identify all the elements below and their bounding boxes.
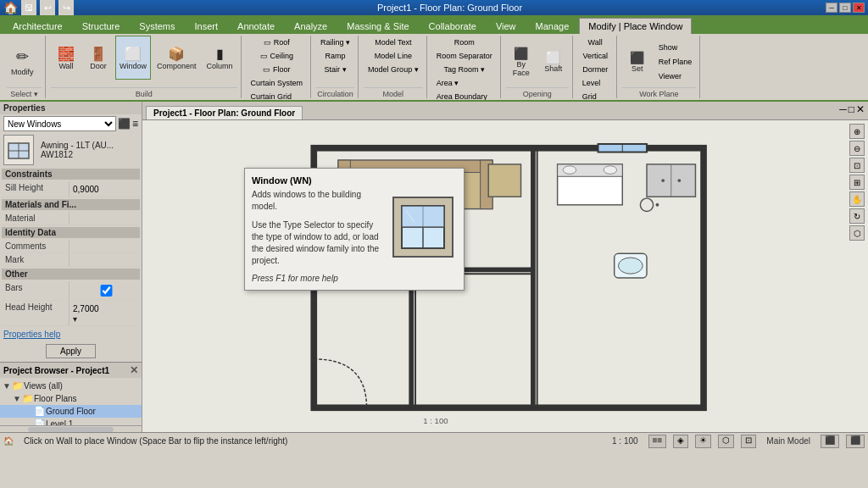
crop-btn[interactable]: ⊡ xyxy=(741,435,756,448)
tag-room-button[interactable]: Tag Room ▾ xyxy=(439,63,489,76)
model-group-button[interactable]: Model Group ▾ xyxy=(364,63,423,76)
view-close-tab[interactable]: ✕ xyxy=(856,103,865,115)
head-height-value[interactable]: ▾ xyxy=(70,301,140,325)
pan-button[interactable]: ✋ xyxy=(849,191,865,207)
detail-level-btn[interactable]: ≡≡ xyxy=(648,435,667,448)
expand-views[interactable]: ▼ xyxy=(2,381,12,391)
tab-massing[interactable]: Massing & Site xyxy=(337,18,418,34)
tab-collaborate[interactable]: Collaborate xyxy=(420,18,486,34)
view-tab-ground-floor[interactable]: Project1 - Floor Plan: Ground Floor xyxy=(146,106,303,119)
properties-header: Properties xyxy=(0,102,142,114)
show-workplane-button[interactable]: Show xyxy=(654,41,697,54)
stair-button[interactable]: Stair ▾ xyxy=(320,63,351,76)
type-prop-btn[interactable]: ≡ xyxy=(132,118,138,130)
view-minimize[interactable]: ─ xyxy=(839,103,847,115)
qa-save[interactable]: 🖫 xyxy=(21,0,36,15)
tree-level-1[interactable]: 📄 Level 1 xyxy=(0,418,142,425)
bars-value[interactable] xyxy=(70,281,140,300)
column-button[interactable]: ▮ Column xyxy=(203,36,237,80)
window-title: Project1 - Floor Plan: Ground Floor xyxy=(74,3,826,13)
close-button[interactable]: ✕ xyxy=(853,3,865,13)
sill-height-input[interactable] xyxy=(73,183,136,195)
tab-view[interactable]: View xyxy=(487,18,526,34)
apply-button[interactable]: Apply xyxy=(46,344,96,358)
mark-value[interactable] xyxy=(70,253,140,266)
sill-height-value[interactable] xyxy=(70,181,140,197)
design-options-btn[interactable]: ⬛ xyxy=(846,435,865,448)
tab-manage[interactable]: Manage xyxy=(526,18,579,34)
dormer-button[interactable]: Dormer xyxy=(578,63,612,76)
tab-architecture[interactable]: Architecture xyxy=(3,18,72,34)
railing-button[interactable]: Railing ▾ xyxy=(316,36,354,49)
model-text-button[interactable]: Model Text xyxy=(370,36,415,49)
bars-row: Bars xyxy=(2,281,140,301)
area-button[interactable]: Area ▾ xyxy=(432,76,497,90)
tab-modify-window[interactable]: Modify | Place Window xyxy=(579,18,692,34)
window-button[interactable]: ⬜ Window xyxy=(115,36,151,80)
model-group-label: Model xyxy=(364,87,423,98)
pb-close-button[interactable]: ✕ xyxy=(130,364,138,376)
floor-button[interactable]: ▭ Floor xyxy=(259,63,295,76)
tab-systems[interactable]: Systems xyxy=(130,18,184,34)
qa-undo[interactable]: ↩ xyxy=(40,0,55,15)
visual-style-btn[interactable]: ◈ xyxy=(673,435,688,448)
shaft-button[interactable]: ⬜ Shaft xyxy=(538,40,569,84)
model-line-button[interactable]: Model Line xyxy=(370,49,416,63)
render-btn[interactable]: ⬡ xyxy=(718,435,734,448)
comments-value[interactable] xyxy=(70,240,140,252)
ceiling-button[interactable]: ▭ Ceiling xyxy=(256,49,298,63)
svg-point-21 xyxy=(677,179,681,182)
viewer-button[interactable]: Viewer xyxy=(654,69,697,83)
properties-help-link[interactable]: Properties help xyxy=(3,330,60,339)
tab-insert[interactable]: Insert xyxy=(186,18,228,34)
roof-button[interactable]: ▭ Roof xyxy=(259,36,294,49)
minimize-button[interactable]: ─ xyxy=(826,3,837,13)
tree-ground-floor[interactable]: 📄 Ground Floor xyxy=(0,405,142,418)
qa-redo[interactable]: ↪ xyxy=(58,0,74,15)
zoom-window-button[interactable]: ⊞ xyxy=(849,175,865,190)
room-button[interactable]: Room xyxy=(450,36,479,49)
type-icon-btn[interactable]: ⬛ xyxy=(118,118,131,130)
material-label: Material xyxy=(2,212,70,225)
ramp-button[interactable]: Ramp xyxy=(321,49,350,63)
vertical-button[interactable]: Vertical xyxy=(578,49,612,63)
maximize-button[interactable]: □ xyxy=(839,3,851,13)
comments-label: Comments xyxy=(2,240,70,252)
ref-plane-button[interactable]: Ref Plane xyxy=(654,55,697,69)
zoom-in-button[interactable]: ⊕ xyxy=(849,124,865,139)
tab-annotate[interactable]: Annotate xyxy=(228,18,284,34)
zoom-out-button[interactable]: ⊖ xyxy=(849,141,865,156)
by-face-button[interactable]: ⬛ ByFace xyxy=(506,40,537,84)
tab-structure[interactable]: Structure xyxy=(73,18,130,34)
svg-point-20 xyxy=(661,179,665,182)
type-selector[interactable]: New Windows xyxy=(3,116,116,131)
door-button[interactable]: 🚪 Door xyxy=(83,36,114,80)
component-button[interactable]: 📦 Component xyxy=(153,36,201,80)
pb-scrollbar[interactable] xyxy=(28,427,113,432)
worksets-btn[interactable]: ⬛ xyxy=(821,435,839,448)
tree-floor-plans[interactable]: ▼ 📁 Floor Plans xyxy=(0,392,142,405)
bars-checkbox[interactable] xyxy=(75,285,138,297)
wall-button[interactable]: 🧱 Wall xyxy=(51,36,81,80)
modify-button[interactable]: ✏ Modify xyxy=(7,40,38,84)
view-restore[interactable]: □ xyxy=(849,103,854,115)
tree-views-all[interactable]: ▼ 📁 Views (all) xyxy=(0,380,142,392)
curtain-grid-button[interactable]: Curtain Grid xyxy=(247,90,308,102)
rotate-button[interactable]: ↻ xyxy=(849,208,865,224)
wall-datum-button[interactable]: Wall xyxy=(584,36,607,49)
zoom-fit-button[interactable]: ⊡ xyxy=(849,158,865,173)
level-button[interactable]: Level xyxy=(578,76,613,90)
build-group-label: Build xyxy=(51,87,237,98)
tab-analyze[interactable]: Analyze xyxy=(285,18,337,34)
grid-button[interactable]: Grid xyxy=(578,90,613,102)
tt-detail: Use the Type Selector to specify the typ… xyxy=(252,219,382,267)
curtain-system-button[interactable]: Curtain System xyxy=(247,76,308,90)
expand-floor-plans[interactable]: ▼ xyxy=(12,394,22,403)
room-separator-button[interactable]: Room Separator xyxy=(432,49,497,63)
area-boundary-button[interactable]: Area Boundary xyxy=(432,90,497,102)
sun-btn[interactable]: ☀ xyxy=(695,435,711,448)
3d-view-button[interactable]: ⬡ xyxy=(849,225,865,241)
set-button[interactable]: ⬛ Set xyxy=(622,40,653,84)
head-height-input[interactable] xyxy=(73,302,132,314)
material-value[interactable] xyxy=(70,212,140,225)
